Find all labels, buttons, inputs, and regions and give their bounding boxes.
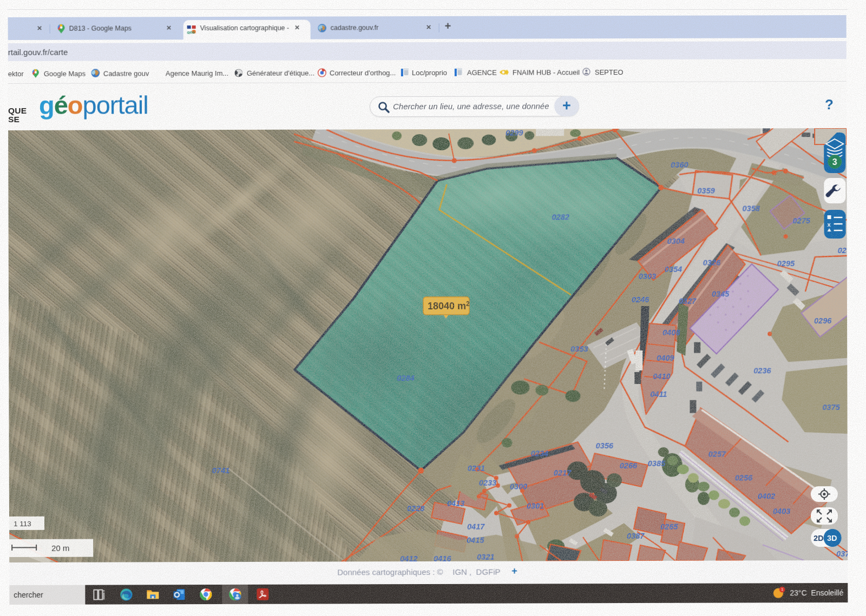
svg-text:3: 3 xyxy=(832,157,837,167)
svg-text:20 m: 20 m xyxy=(51,544,69,553)
svg-text:1: 1 xyxy=(781,587,783,592)
svg-text:1 113: 1 113 xyxy=(14,520,31,528)
svg-text:3D: 3D xyxy=(827,534,837,542)
svg-text:géo: géo xyxy=(187,30,195,34)
svg-text:2D: 2D xyxy=(813,534,824,542)
svg-text:x: x xyxy=(828,221,831,228)
